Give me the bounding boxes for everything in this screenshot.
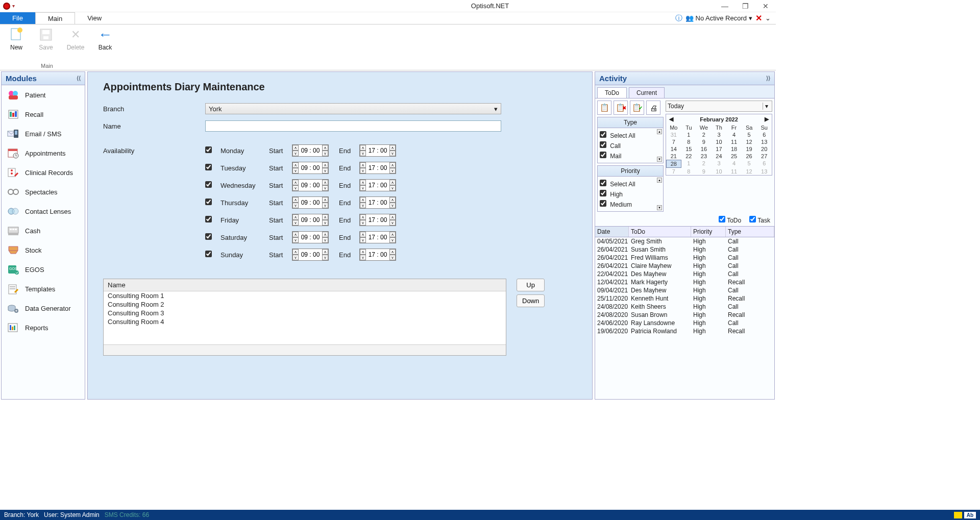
clipboard-icon[interactable]: 📋 [597,101,611,115]
calendar-day[interactable]: 13 [756,168,772,175]
up-button[interactable]: Up [517,279,545,291]
hour-down-icon[interactable]: v [360,237,366,243]
calendar-day[interactable]: 13 [756,138,772,145]
calendar-day[interactable]: 22 [681,153,697,160]
hour-up-icon[interactable]: ʌ [360,249,366,255]
sidebar-item-recall[interactable]: Recall [2,105,85,124]
calendar-day[interactable]: 2 [696,131,712,138]
day-checkbox[interactable] [205,216,212,222]
min-down-icon[interactable]: v [322,168,328,174]
table-row[interactable]: 09/04/2021Des MayhewHighCall [595,286,774,294]
day-checkbox[interactable] [205,164,212,170]
start-time-spinner[interactable]: ʌv ʌv [292,249,329,261]
day-checkbox[interactable] [205,233,212,240]
hour-down-icon[interactable]: v [360,168,366,174]
sidebar-item-data-generator[interactable]: Data Generator [2,299,85,318]
filter-option[interactable]: Mail [600,151,661,161]
day-checkbox[interactable] [205,251,212,257]
hour-down-icon[interactable]: v [292,185,299,191]
calendar-day[interactable]: 3 [712,131,727,138]
sidebar-item-clinical-records[interactable]: Clinical Records [2,163,85,182]
calendar-day[interactable]: 31 [666,131,681,138]
table-row[interactable]: 18/06/2020Joyce WattsHighRecall [595,335,774,337]
todo-flag[interactable]: ToDo [719,216,741,224]
name-input[interactable] [205,120,501,132]
min-up-icon[interactable]: ʌ [389,232,396,237]
clear-record-button[interactable]: ✕ [755,13,762,23]
start-time-input[interactable] [299,182,322,189]
filter-option[interactable]: High [600,189,661,199]
min-up-icon[interactable]: ʌ [322,145,328,151]
scroll-up-icon[interactable]: ▲ [657,129,662,134]
calendar-day[interactable]: 5 [742,160,757,168]
table-row[interactable]: 24/08/2020Keith SheersHighCall [595,303,774,311]
start-time-input[interactable] [299,216,322,224]
hour-down-icon[interactable]: v [360,255,366,260]
end-time-input[interactable] [366,147,389,154]
hour-up-icon[interactable]: ʌ [360,214,366,220]
table-row[interactable]: 25/11/2020Kenneth HuntHighRecall [595,294,774,303]
help-icon[interactable]: ⓘ [675,14,682,23]
calendar-day[interactable]: 4 [726,131,742,138]
new-button[interactable]: New [4,27,29,70]
end-time-spinner[interactable]: ʌv ʌv [359,196,396,209]
min-down-icon[interactable]: v [389,237,396,243]
hour-up-icon[interactable]: ʌ [292,249,299,255]
calendar-day[interactable]: 9 [696,168,712,175]
sidebar-item-reports[interactable]: Reports [2,318,85,337]
min-down-icon[interactable]: v [322,185,328,191]
calendar-day[interactable]: 11 [726,168,742,175]
min-down-icon[interactable]: v [322,203,328,208]
hour-up-icon[interactable]: ʌ [360,232,366,237]
hour-up-icon[interactable]: ʌ [360,145,366,151]
clipboard-check-icon[interactable]: 📋✔ [630,101,644,115]
min-down-icon[interactable]: v [389,185,396,191]
calendar-day[interactable]: 7 [666,138,681,145]
min-down-icon[interactable]: v [322,255,328,260]
hour-down-icon[interactable]: v [292,203,299,208]
end-time-input[interactable] [366,251,389,258]
calendar-day[interactable]: 17 [712,145,727,153]
sidebar-item-appointments[interactable]: Appointments [2,143,85,163]
hour-down-icon[interactable]: v [292,237,299,243]
min-down-icon[interactable]: v [322,220,328,226]
tab-main[interactable]: Main [35,12,75,24]
end-time-spinner[interactable]: ʌv ʌv [359,214,396,226]
collapse-modules-icon[interactable]: ⟨⟨ [77,75,81,82]
start-time-input[interactable] [299,147,322,154]
next-month-icon[interactable]: ▶ [765,116,769,122]
calendar-day[interactable]: 8 [681,138,697,145]
min-up-icon[interactable]: ʌ [389,162,396,168]
calendar-day[interactable]: 12 [742,138,757,145]
start-time-spinner[interactable]: ʌv ʌv [292,196,329,209]
min-up-icon[interactable]: ʌ [322,214,328,220]
active-record[interactable]: 👥 No Active Record ▾ [685,14,752,22]
today-button[interactable]: Today ▾ [666,101,772,112]
scroll-up-icon[interactable]: ▲ [657,178,662,183]
col-priority[interactable]: Priority [691,227,726,237]
table-row[interactable]: 26/04/2021Claire MayhewHighCall [595,262,774,270]
calendar-day[interactable]: 20 [756,145,772,153]
maximize-button[interactable]: ❐ [735,2,755,10]
hour-up-icon[interactable]: ʌ [292,162,299,168]
start-time-input[interactable] [299,199,322,206]
min-up-icon[interactable]: ʌ [389,145,396,151]
min-down-icon[interactable]: v [389,168,396,174]
calendar-day[interactable]: 6 [756,160,772,168]
calendar-day[interactable]: 28 [666,160,681,168]
table-row[interactable]: 26/04/2021Susan SmithHighCall [595,245,774,254]
tab-current[interactable]: Current [629,87,665,98]
sidebar-item-patient[interactable]: Patient [2,85,85,105]
clipboard-delete-icon[interactable]: 📋✖ [614,101,628,115]
calendar-day[interactable]: 24 [712,153,727,160]
calendar-day[interactable]: 8 [681,168,697,175]
hour-down-icon[interactable]: v [360,151,366,156]
start-time-spinner[interactable]: ʌv ʌv [292,179,329,191]
end-time-input[interactable] [366,216,389,224]
table-row[interactable]: 04/05/2021Greg SmithHighCall [595,237,774,245]
tab-file[interactable]: File [0,12,35,24]
collapse-activity-icon[interactable]: ⟩⟩ [766,75,770,82]
hour-up-icon[interactable]: ʌ [292,214,299,220]
calendar[interactable]: ◀ February 2022 ▶ MoTuWeThFrSaSu31123456… [666,114,772,176]
calendar-day[interactable]: 4 [726,160,742,168]
